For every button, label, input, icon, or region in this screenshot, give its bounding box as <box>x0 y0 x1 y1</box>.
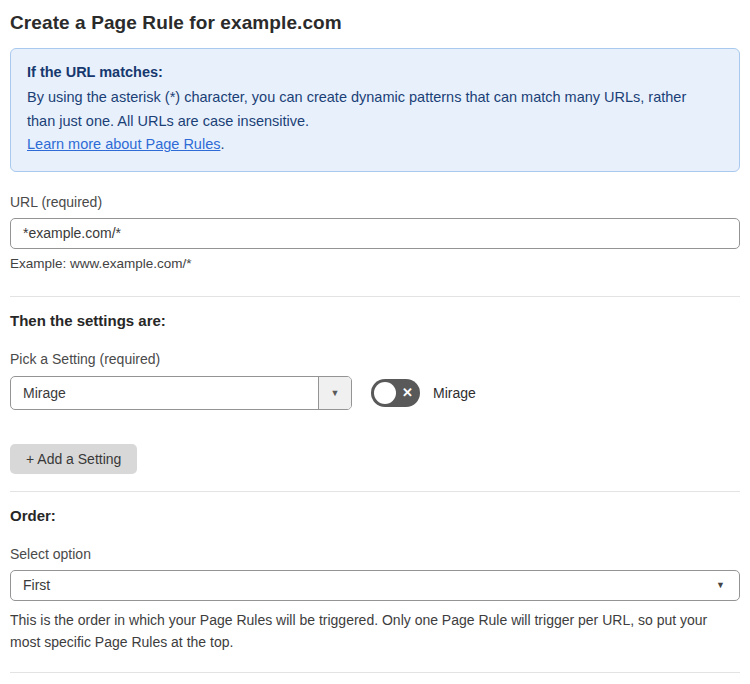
settings-heading: Then the settings are: <box>10 312 740 329</box>
chevron-down-icon: ▼ <box>331 388 340 398</box>
setting-dropdown[interactable]: Mirage ▼ <box>10 376 352 410</box>
url-field-label: URL (required) <box>10 194 740 210</box>
page-title: Create a Page Rule for example.com <box>10 12 740 34</box>
info-box-heading: If the URL matches: <box>27 61 723 84</box>
info-box-link-line: Learn more about Page Rules. <box>27 133 723 156</box>
order-select[interactable]: First ▼ <box>10 570 740 601</box>
setting-dropdown-value: Mirage <box>11 377 318 409</box>
pick-setting-label: Pick a Setting (required) <box>10 351 740 367</box>
add-setting-button[interactable]: + Add a Setting <box>10 444 137 474</box>
url-input[interactable] <box>10 218 740 249</box>
divider-footer <box>10 672 740 673</box>
url-match-info-box: If the URL matches: By using the asteris… <box>10 48 740 172</box>
setting-dropdown-arrow-button[interactable]: ▼ <box>318 377 351 409</box>
link-period: . <box>220 136 224 152</box>
learn-more-link[interactable]: Learn more about Page Rules <box>27 136 220 152</box>
toggle-off-x-icon: ✕ <box>402 386 413 399</box>
setting-row: Mirage ▼ ✕ Mirage <box>10 376 740 410</box>
order-heading: Order: <box>10 507 740 524</box>
order-help-text: This is the order in which your Page Rul… <box>10 609 725 654</box>
order-select-value: First <box>23 577 716 593</box>
divider-order <box>10 491 740 492</box>
toggle-label: Mirage <box>433 385 476 401</box>
info-box-body: By using the asterisk (*) character, you… <box>27 86 707 133</box>
mirage-toggle[interactable]: ✕ <box>371 379 420 407</box>
order-select-label: Select option <box>10 546 740 562</box>
toggle-knob <box>374 382 396 404</box>
url-example-hint: Example: www.example.com/* <box>10 256 740 271</box>
divider-settings <box>10 296 740 297</box>
page-rule-form: Create a Page Rule for example.com If th… <box>0 0 750 684</box>
select-chevron-down-icon: ▼ <box>716 580 725 590</box>
